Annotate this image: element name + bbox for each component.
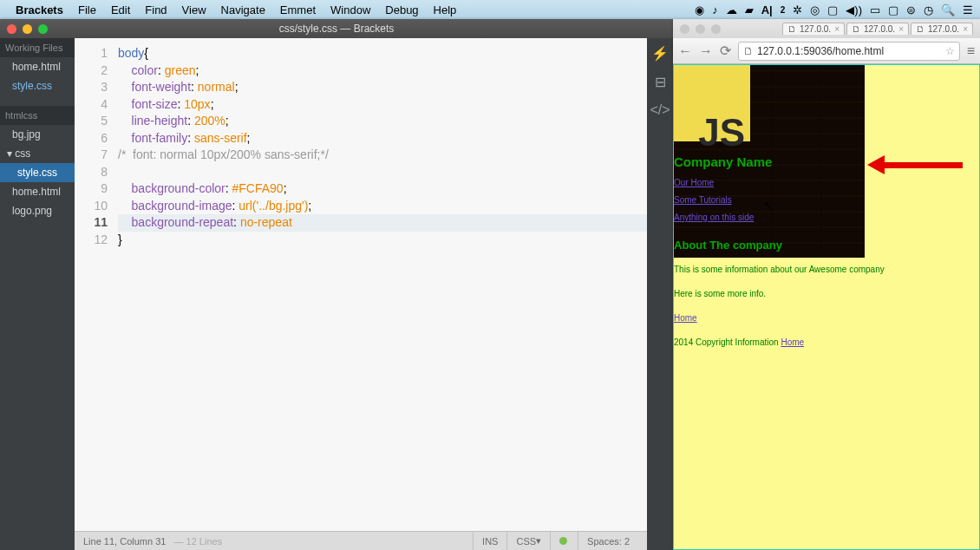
working-file-home[interactable]: home.html: [0, 57, 75, 76]
tree-style[interactable]: style.css: [0, 163, 75, 182]
tab-close-icon[interactable]: ×: [963, 24, 968, 34]
status-hamburger-icon[interactable]: ☰: [963, 3, 973, 16]
page-icon: 🗋: [743, 45, 754, 57]
zoom-icon[interactable]: [38, 24, 48, 34]
brackets-right-toolbar: ⚡ ⊟ </>: [647, 38, 673, 550]
chrome-window: 🗋 127.0.0.× 🗋 127.0.0.× 🗋 127.0.0.× ← → …: [673, 19, 980, 550]
bookmark-star-icon[interactable]: ☆: [945, 45, 955, 57]
minimize-icon[interactable]: [23, 24, 32, 34]
menu-navigate[interactable]: Navigate: [221, 3, 265, 16]
about-heading: About The company: [674, 233, 865, 258]
status-display-icon[interactable]: ▢: [827, 3, 838, 16]
status-airplay-icon[interactable]: ▢: [888, 3, 898, 16]
status-chat-icon[interactable]: ▰: [745, 3, 754, 16]
tab-label: 127.0.0.: [864, 24, 895, 34]
status-dropbox-icon[interactable]: ✲: [793, 3, 802, 16]
live-preview-icon[interactable]: ⚡: [651, 45, 669, 62]
status-spaces[interactable]: Spaces: 2: [578, 532, 638, 550]
nav-link-2[interactable]: Some Tutorials: [674, 192, 865, 209]
browser-tab-2[interactable]: 🗋 127.0.0.×: [846, 23, 909, 35]
tree-logo[interactable]: logo.png: [0, 201, 75, 220]
menu-help[interactable]: Help: [434, 3, 457, 16]
status-ins[interactable]: INS: [473, 532, 506, 550]
tree-css-folder[interactable]: ▾ css: [0, 144, 75, 163]
code-editor[interactable]: 123456789101112 body{ color: green; font…: [75, 38, 647, 531]
status-notification-icon[interactable]: ◉: [695, 3, 704, 16]
status-lines: — 12 Lines: [173, 536, 222, 547]
editor-code[interactable]: body{ color: green; font-weight: normal;…: [118, 38, 647, 531]
status-wifi-icon[interactable]: ⊜: [906, 3, 916, 16]
about-p2: Here is some more info.: [674, 282, 979, 306]
close-icon[interactable]: [7, 24, 16, 34]
forward-icon[interactable]: →: [699, 43, 713, 59]
status-bell-icon[interactable]: ♪: [712, 3, 718, 16]
js-logo: JS: [674, 65, 750, 141]
chrome-close-icon[interactable]: [680, 24, 689, 34]
tab-close-icon[interactable]: ×: [898, 24, 904, 34]
status-cursor: Line 11, Column 31: [83, 536, 166, 547]
project-header[interactable]: htmlcss: [0, 106, 75, 125]
tree-bg[interactable]: bg.jpg: [0, 125, 75, 144]
menu-file[interactable]: File: [78, 3, 96, 16]
status-spotlight-icon[interactable]: 🔍: [941, 3, 955, 16]
brackets-statusbar: Line 11, Column 31 — 12 Lines INS CSS ▾ …: [75, 531, 647, 550]
working-files-header[interactable]: Working Files: [0, 38, 75, 57]
browser-viewport[interactable]: JS Company Name Our Home Some Tutorials …: [673, 64, 980, 550]
back-icon[interactable]: ←: [678, 43, 692, 59]
address-bar[interactable]: 🗋 127.0.0.1:59036/home.html ☆: [738, 42, 960, 61]
url-text: 127.0.0.1:59036/home.html: [757, 45, 884, 57]
menu-emmet[interactable]: Emmet: [280, 3, 316, 16]
nav-link-1[interactable]: Our Home: [674, 174, 865, 192]
menu-find[interactable]: Find: [145, 3, 167, 16]
copyright-home-link[interactable]: Home: [781, 337, 804, 347]
copyright: 2014 Copyright Information Home: [674, 331, 979, 355]
menu-edit[interactable]: Edit: [111, 3, 130, 16]
brackets-titlebar[interactable]: css/style.css — Brackets: [0, 19, 673, 38]
brackets-sidebar: Working Files home.html style.css htmlcs…: [0, 38, 75, 550]
about-p1: This is some information about our Aweso…: [674, 258, 979, 282]
menu-app[interactable]: Brackets: [16, 3, 63, 16]
lint-ok-icon[interactable]: [559, 537, 567, 545]
mac-menubar: Brackets File Edit Find View Navigate Em…: [0, 0, 980, 19]
tree-home[interactable]: home.html: [0, 182, 75, 201]
tab-close-icon[interactable]: ×: [834, 24, 840, 34]
menu-view[interactable]: View: [182, 3, 206, 16]
browser-tab-1[interactable]: 🗋 127.0.0.×: [782, 23, 845, 35]
extensions-icon[interactable]: ⊟: [655, 74, 666, 90]
menu-debug[interactable]: Debug: [385, 3, 418, 16]
working-file-style[interactable]: style.css: [0, 76, 75, 95]
browser-tab-3[interactable]: 🗋 127.0.0.×: [911, 23, 973, 35]
page-header: JS Company Name Our Home Some Tutorials …: [674, 65, 865, 258]
editor-gutter: 123456789101112: [75, 38, 118, 531]
company-heading: Company Name: [674, 150, 865, 173]
chrome-toolbar: ← → ⟳ 🗋 127.0.0.1:59036/home.html ☆ ≡: [673, 38, 980, 64]
home-link[interactable]: Home: [674, 313, 697, 323]
brackets-window: css/style.css — Brackets Working Files h…: [0, 19, 673, 550]
window-title: css/style.css — Brackets: [0, 23, 673, 35]
tree-css-label: css: [15, 147, 30, 160]
status-badge-icon[interactable]: 2: [781, 5, 786, 15]
chrome-minimize-icon[interactable]: [696, 24, 705, 34]
status-adobe-icon[interactable]: A|: [761, 3, 773, 16]
reload-icon[interactable]: ⟳: [720, 43, 731, 59]
tab-label: 127.0.0.: [800, 24, 831, 34]
status-battery-icon[interactable]: ▭: [870, 3, 880, 16]
tab-label: 127.0.0.: [928, 24, 959, 34]
nav-link-3[interactable]: Anything on this side: [674, 209, 865, 226]
menu-window[interactable]: Window: [330, 3, 370, 16]
chrome-titlebar[interactable]: 🗋 127.0.0.× 🗋 127.0.0.× 🗋 127.0.0.×: [673, 19, 980, 38]
rendered-page: JS Company Name Our Home Some Tutorials …: [674, 65, 979, 355]
status-clock-icon[interactable]: ◷: [924, 3, 933, 16]
chrome-menu-icon[interactable]: ≡: [967, 43, 975, 59]
status-volume-icon[interactable]: ◀)): [846, 3, 862, 16]
status-sync-icon[interactable]: ◎: [810, 3, 820, 16]
status-lang[interactable]: CSS ▾: [506, 532, 550, 550]
status-cloud-icon[interactable]: ☁: [726, 3, 737, 16]
snippets-icon[interactable]: </>: [650, 102, 670, 118]
chrome-zoom-icon[interactable]: [711, 24, 721, 34]
